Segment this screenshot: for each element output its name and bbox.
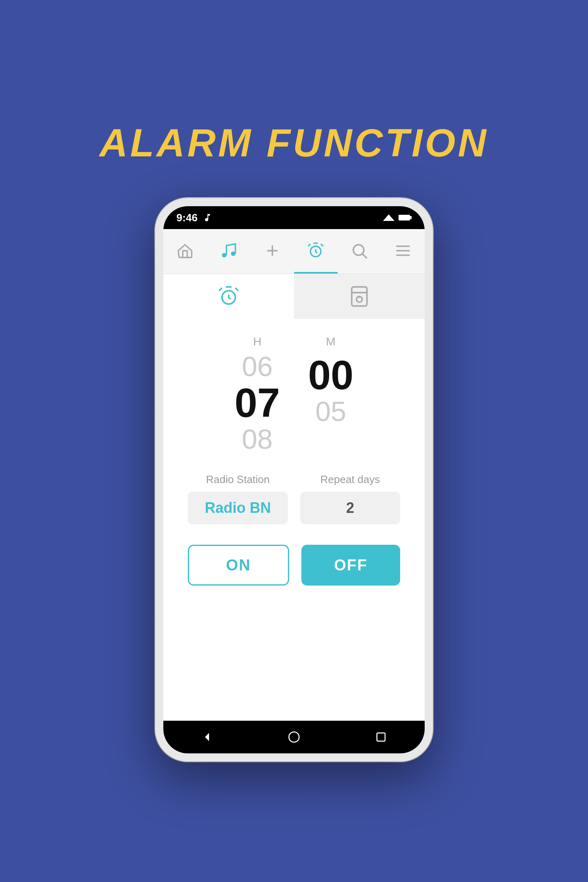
hour-prev: 06 [242, 352, 273, 380]
recents-icon [375, 731, 387, 743]
svg-line-11 [363, 254, 367, 258]
svg-line-8 [308, 244, 311, 246]
menu-icon [394, 242, 412, 260]
home-icon [176, 242, 194, 260]
svg-point-3 [222, 253, 227, 257]
phone-inner: 9:46 [163, 206, 425, 753]
nav-item-add[interactable] [250, 229, 294, 274]
repeat-days-group: Repeat days 2 [300, 473, 400, 524]
music-icon [220, 242, 238, 260]
home-circle-icon [288, 731, 300, 743]
svg-rect-1 [399, 215, 410, 220]
hour-label: H [253, 335, 261, 348]
svg-point-23 [289, 732, 299, 742]
svg-marker-22 [205, 733, 209, 741]
button-row: ON OFF [188, 545, 400, 586]
battery-icon [399, 214, 412, 221]
repeat-days-label: Repeat days [300, 473, 400, 486]
svg-point-4 [231, 251, 236, 256]
page-title: ALARM FUNCTION [99, 120, 488, 165]
status-time: 9:46 [176, 212, 212, 224]
signal-icon [383, 214, 394, 222]
nav-item-menu[interactable] [381, 229, 425, 274]
svg-rect-2 [410, 216, 412, 219]
svg-line-16 [219, 288, 222, 291]
minute-column: M 00 05 [294, 335, 368, 453]
hour-next: 08 [242, 425, 273, 453]
hour-current[interactable]: 07 [234, 380, 280, 425]
sub-tabs [163, 274, 425, 319]
radio-station-value[interactable]: Radio BN [188, 492, 288, 524]
sub-tab-timer[interactable] [294, 274, 425, 319]
minute-current[interactable]: 00 [308, 352, 353, 397]
alarm-icon [307, 242, 325, 260]
bottom-nav [163, 721, 425, 753]
nav-item-search[interactable] [338, 229, 381, 274]
status-bar: 9:46 [163, 206, 425, 229]
settings-row: Radio Station Radio BN Repeat days 2 [188, 473, 400, 524]
nav-item-home[interactable] [163, 229, 207, 274]
radio-station-group: Radio Station Radio BN [188, 473, 288, 524]
minute-label: M [326, 335, 335, 348]
hour-column: H 06 07 08 [220, 335, 294, 453]
svg-rect-24 [377, 733, 385, 741]
top-nav-bar [163, 229, 425, 274]
back-icon [201, 731, 213, 743]
recents-button[interactable] [371, 727, 391, 747]
main-content: H 06 07 08 M 00 05 Radio Station Radio B… [163, 319, 425, 721]
add-icon [263, 242, 281, 260]
nav-item-alarm[interactable] [294, 229, 338, 274]
time-picker: H 06 07 08 M 00 05 [188, 335, 400, 453]
repeat-days-value[interactable]: 2 [300, 492, 400, 524]
svg-marker-0 [383, 214, 394, 221]
on-button[interactable]: ON [188, 545, 289, 586]
timer-icon [348, 285, 371, 308]
phone-shell: 9:46 [155, 198, 433, 762]
svg-point-10 [353, 245, 364, 255]
sub-tab-alarm[interactable] [163, 274, 294, 319]
home-button[interactable] [284, 727, 304, 747]
minute-next: 05 [315, 397, 346, 425]
svg-line-9 [321, 244, 323, 246]
clock-time: 9:46 [176, 212, 198, 224]
status-icons [383, 214, 412, 222]
music-note-icon [203, 213, 212, 223]
alarm-sub-icon [217, 285, 240, 308]
nav-item-music[interactable] [207, 229, 251, 274]
radio-station-label: Radio Station [188, 473, 288, 486]
svg-line-17 [235, 288, 238, 291]
back-button[interactable] [197, 727, 217, 747]
off-button[interactable]: OFF [301, 545, 400, 586]
search-icon [350, 242, 368, 260]
